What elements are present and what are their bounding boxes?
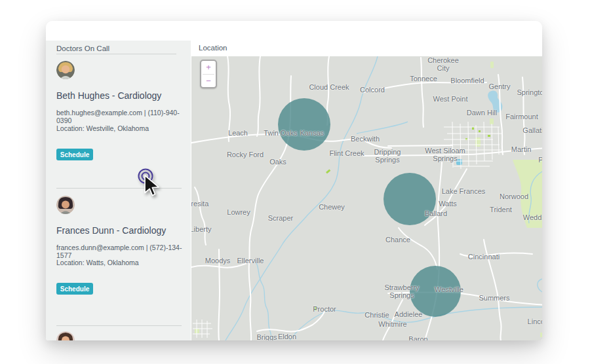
location-bubble[interactable] <box>410 266 461 317</box>
location-title: Location <box>199 44 227 52</box>
zoom-out-button[interactable]: − <box>201 75 216 88</box>
doctor-name: Frances Dunn - Cardiology <box>56 225 166 236</box>
schedule-button[interactable]: Schedule <box>56 283 93 295</box>
sidebar-title: Doctors On Call <box>56 45 109 52</box>
app-window: Doctors On Call Beth Hughes - Cardiology… <box>46 21 542 340</box>
page-background: Doctors On Call Beth Hughes - Cardiology… <box>0 0 590 364</box>
location-bubble[interactable] <box>384 173 436 225</box>
doctor-contact: frances.dunn@example.com | (572)-134-157… <box>56 244 191 259</box>
divider <box>56 325 182 326</box>
doctor-location: Location: Watts, Oklahoma <box>56 259 139 266</box>
location-panel: Location <box>191 41 542 340</box>
location-bubble[interactable] <box>278 98 330 151</box>
location-header: Location <box>191 41 542 56</box>
zoom-in-button[interactable]: + <box>201 61 216 74</box>
avatar <box>56 331 75 340</box>
divider <box>56 188 182 189</box>
doctor-location: Location: Westville, Oklahoma <box>56 124 149 132</box>
avatar <box>56 196 75 214</box>
avatar <box>56 61 75 79</box>
divider <box>56 54 176 54</box>
schedule-button[interactable]: Schedule <box>56 149 93 160</box>
map-canvas[interactable]: Cherokee CityTonneceBloomfieldGentrySpri… <box>191 56 542 340</box>
doctor-name: Beth Hughes - Cardiology <box>56 90 161 101</box>
map-graphics <box>191 56 542 340</box>
window-titlebar <box>46 21 542 41</box>
doctor-contact: beth.hughes@example.com | (110)-940-0390 <box>56 109 191 124</box>
map-zoom-control: + − <box>200 60 217 88</box>
doctors-sidebar: Doctors On Call Beth Hughes - Cardiology… <box>46 41 191 340</box>
